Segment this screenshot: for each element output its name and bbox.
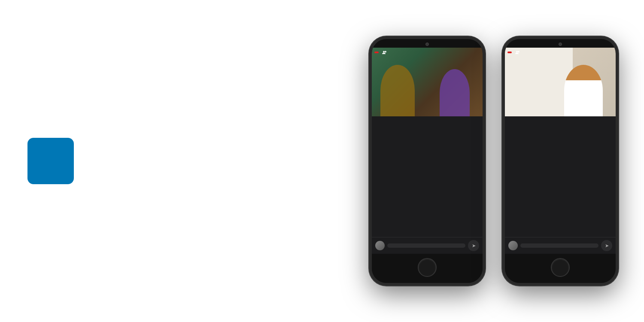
phone-2: ➤ xyxy=(502,36,618,286)
phone1-live-badge xyxy=(374,52,379,53)
page-container: ➤ xyxy=(0,0,644,322)
phone1-video-scene xyxy=(372,48,483,116)
phone1-live-area xyxy=(374,50,480,55)
phone2-live-badge xyxy=(507,52,512,53)
svg-point-2 xyxy=(516,51,518,53)
svg-point-1 xyxy=(385,51,386,53)
phone2-home-button[interactable] xyxy=(551,258,570,277)
phone2-chat xyxy=(505,116,616,237)
phone2-viewer-count xyxy=(515,50,522,55)
phone1-video xyxy=(372,48,483,116)
phone-1: ➤ xyxy=(369,36,485,286)
phone1-share-button[interactable]: ➤ xyxy=(468,240,479,251)
phone2-video xyxy=(505,48,616,116)
phone2-live-area xyxy=(507,50,613,55)
viewer-icon-2 xyxy=(515,50,520,55)
phone2-screen: ➤ xyxy=(505,48,616,254)
phone2-video-scene xyxy=(505,48,616,116)
linkedin-logo xyxy=(26,138,74,184)
svg-point-3 xyxy=(518,51,519,53)
phone1-notch xyxy=(372,39,483,48)
phone1-camera xyxy=(425,43,429,46)
logo-box xyxy=(27,138,74,184)
phone2-comment-area: ➤ xyxy=(505,237,616,254)
phone2-camera xyxy=(559,43,562,46)
phone2-bottom xyxy=(505,254,616,283)
phones-container: ➤ xyxy=(369,36,618,286)
viewer-icon xyxy=(382,50,387,55)
phone2-comment-input[interactable] xyxy=(520,243,598,248)
phone1-home-button[interactable] xyxy=(418,258,437,277)
svg-point-0 xyxy=(383,51,385,53)
phone1-viewer-count xyxy=(382,50,389,55)
phone2-whiteboard xyxy=(505,48,573,116)
phone2-notch xyxy=(505,39,616,48)
phone2-person xyxy=(564,65,603,116)
phone1-comment-avatar xyxy=(375,241,385,250)
phone1-bottom xyxy=(372,254,483,283)
phone2-share-button[interactable]: ➤ xyxy=(601,240,612,251)
phone1-comment-area: ➤ xyxy=(372,237,483,254)
phone2-comment-avatar xyxy=(508,241,518,250)
phone1-screen: ➤ xyxy=(372,48,483,254)
phone1-chat xyxy=(372,116,483,237)
phone1-comment-input[interactable] xyxy=(387,243,465,248)
